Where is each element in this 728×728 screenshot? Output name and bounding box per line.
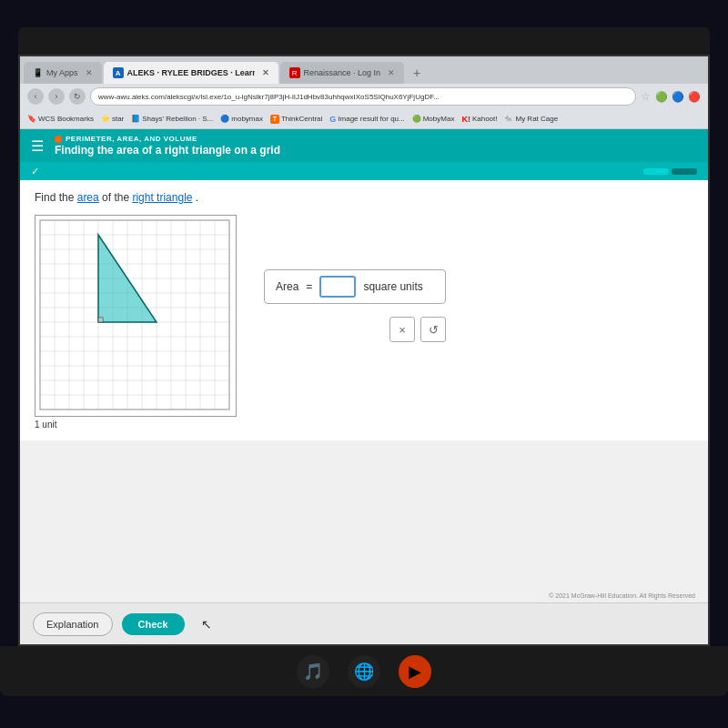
tab-my-apps[interactable]: 📱 My Apps ✕ — [24, 62, 102, 84]
clear-button[interactable]: × — [389, 317, 415, 342]
question-end: . — [196, 191, 198, 204]
shays-label: Shays' Rebellion · S... — [142, 115, 213, 123]
reload-button[interactable]: ↻ — [69, 88, 86, 105]
shays-favicon: 📘 — [131, 115, 140, 123]
taskbar-icon-app[interactable]: ▶ — [399, 655, 431, 688]
bookmark-kahoot[interactable]: K! Kahoot! — [461, 115, 497, 124]
ext1-icon[interactable]: 🟢 — [655, 91, 668, 103]
bookmarks-bar: 🔖 WCS Bookmarks ⭐ star 📘 Shays' Rebellio… — [20, 109, 708, 129]
grid-container: 1 unit — [35, 215, 237, 430]
bookmark-wcs[interactable]: 🔖 WCS Bookmarks — [27, 115, 94, 123]
undo-button[interactable]: ↺ — [420, 317, 446, 342]
thinkcentral-favicon: T — [270, 115, 279, 124]
address-bar[interactable]: www-awu.aleks.com/alekscgi/x/lsl.exe/1o_… — [90, 87, 636, 106]
renaissance-favicon: R — [289, 67, 300, 78]
kahoot-label: Kahoot! — [472, 115, 498, 123]
bookmark-rat-cage[interactable]: 🐀 My Rat Cage — [504, 115, 558, 123]
aleks-category: PERIMETER, AREA, AND VOLUME — [55, 135, 280, 143]
menu-icon[interactable]: ☰ — [31, 137, 44, 155]
taskbar-icon-music[interactable]: 🎵 — [297, 655, 329, 688]
undo-icon: ↺ — [429, 323, 439, 337]
mobymax-favicon: 🔵 — [220, 115, 229, 123]
tab-aleks[interactable]: A ALEKS · RYLEE BRIDGES · Learn ✕ — [104, 62, 278, 84]
aleks-header: ☰ PERIMETER, AREA, AND VOLUME Finding th… — [20, 129, 708, 162]
category-text: PERIMETER, AREA, AND VOLUME — [66, 135, 197, 143]
page-content: ☰ PERIMETER, AREA, AND VOLUME Finding th… — [20, 129, 708, 644]
google-label: Image result for qu... — [338, 115, 404, 123]
bookmark-mobymax[interactable]: 🔵 mobymax — [220, 115, 263, 123]
ext3-icon[interactable]: 🔴 — [688, 91, 701, 103]
bookmark-mobymax2[interactable]: 🟢 MobyMax — [412, 115, 455, 123]
tab-close-my-apps[interactable]: ✕ — [86, 68, 93, 77]
progress-bars — [643, 168, 697, 175]
thinkcentral-label: ThinkCentral — [281, 115, 322, 123]
aleks-title: Finding the area of a right triangle on … — [55, 144, 280, 157]
forward-button[interactable]: › — [48, 88, 65, 105]
bottom-bar: Explanation Check ↖ — [20, 602, 708, 644]
area-input-container: Area = square units — [264, 269, 446, 304]
extension-icons: 🟢 🔵 🔴 — [655, 91, 701, 103]
bookmark-star-item[interactable]: ⭐ star — [101, 115, 124, 123]
wcs-label: WCS Bookmarks — [38, 115, 94, 123]
aleks-tab-label: ALEKS · RYLEE BRIDGES · Learn — [127, 68, 255, 77]
aleks-favicon: A — [113, 67, 124, 78]
browser-chrome: 📱 My Apps ✕ A ALEKS · RYLEE BRIDGES · Le… — [20, 56, 708, 129]
area-label-text: Area — [276, 280, 298, 293]
ext2-icon[interactable]: 🔵 — [672, 91, 684, 103]
copyright-text: © 2021 McGraw-Hill Education. All Rights… — [549, 592, 695, 599]
mobymax-label: mobymax — [231, 115, 263, 123]
bookmark-google[interactable]: G Image result for qu... — [329, 115, 404, 124]
kahoot-favicon: K! — [461, 115, 470, 124]
progress-row: ✓ — [20, 162, 708, 180]
my-apps-label: My Apps — [46, 68, 78, 77]
cursor-indicator: ↖ — [201, 617, 212, 632]
star-label: star — [112, 115, 124, 123]
area-input-field[interactable] — [319, 276, 356, 298]
area-link[interactable]: area — [77, 191, 99, 204]
question-middle: of the — [102, 191, 132, 204]
main-layout: 1 unit Area = square units — [35, 215, 693, 430]
address-bar-row: ‹ › ↻ www-awu.aleks.com/alekscgi/x/lsl.e… — [20, 84, 708, 109]
rat-cage-favicon: 🐀 — [504, 115, 513, 123]
back-button[interactable]: ‹ — [27, 88, 44, 105]
units-label: square units — [363, 280, 422, 293]
equals-sign: = — [306, 280, 312, 293]
tab-close-aleks[interactable]: ✕ — [262, 68, 269, 77]
wcs-favicon: 🔖 — [27, 115, 36, 123]
google-favicon: G — [329, 115, 336, 124]
explanation-label: Explanation — [46, 619, 99, 630]
bookmark-thinkcentral[interactable]: T ThinkCentral — [270, 115, 322, 124]
rat-cage-label: My Rat Cage — [515, 115, 558, 123]
tab-bar: 📱 My Apps ✕ A ALEKS · RYLEE BRIDGES · Le… — [20, 56, 708, 84]
address-text: www-awu.aleks.com/alekscgi/x/lsl.exe/1o_… — [98, 93, 440, 101]
check-label: Check — [138, 619, 168, 630]
bookmark-shays[interactable]: 📘 Shays' Rebellion · S... — [131, 115, 213, 123]
check-button[interactable]: Check — [122, 613, 185, 635]
question-content: Find the area of the right triangle . 1 … — [20, 180, 708, 440]
question-text-row: Find the area of the right triangle . — [35, 191, 693, 204]
renaissance-tab-label: Renaissance · Log In — [304, 68, 381, 77]
category-dot — [55, 136, 62, 143]
browser-screen: 📱 My Apps ✕ A ALEKS · RYLEE BRIDGES · Le… — [18, 55, 710, 646]
copyright-bar: © 2021 McGraw-Hill Education. All Rights… — [543, 591, 701, 601]
tab-close-renaissance[interactable]: ✕ — [388, 68, 395, 77]
star-favicon: ⭐ — [101, 115, 110, 123]
my-apps-favicon: 📱 — [33, 68, 43, 77]
explanation-button[interactable]: Explanation — [33, 612, 113, 636]
grid-canvas — [35, 215, 237, 417]
right-triangle-link[interactable]: right triangle — [132, 191, 192, 204]
action-buttons-row: × ↺ — [264, 317, 446, 342]
progress-bar-2 — [672, 168, 697, 175]
tab-renaissance[interactable]: R Renaissance · Log In ✕ — [280, 62, 405, 84]
x-icon: × — [399, 323, 406, 337]
answer-area: Area = square units × ↺ — [264, 269, 446, 342]
progress-chevron[interactable]: ✓ — [31, 166, 39, 177]
mobymax2-favicon: 🟢 — [412, 115, 421, 123]
taskbar-icon-browser[interactable]: 🌐 — [348, 655, 380, 688]
question-prefix: Find the — [35, 191, 77, 204]
new-tab-button[interactable]: + — [406, 62, 428, 84]
bookmark-star[interactable]: ☆ — [641, 90, 651, 103]
grid-unit-label: 1 unit — [35, 420, 237, 430]
mobymax2-label: MobyMax — [423, 115, 455, 123]
progress-bar-1 — [643, 168, 669, 175]
